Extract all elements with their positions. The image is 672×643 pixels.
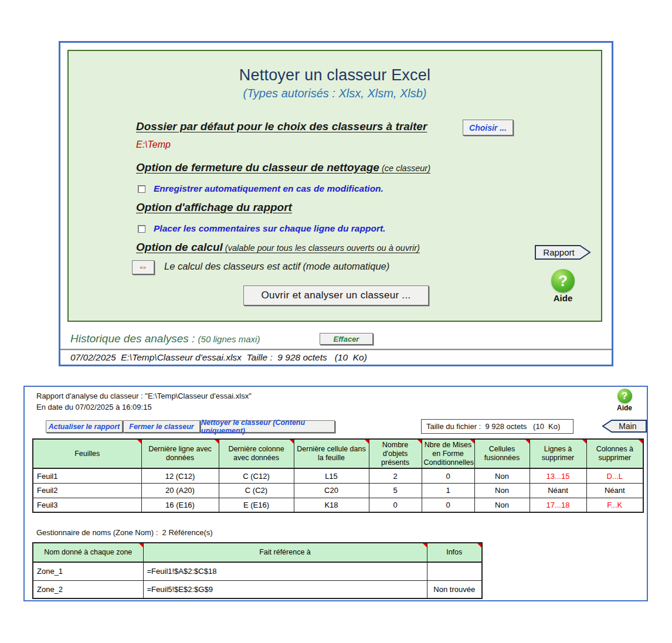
comments-checkbox-label[interactable]: Placer les commentaires sur chaque ligne…: [154, 223, 385, 234]
report-title: Rapport d'analyse du classeur : "E:\Temp…: [36, 392, 252, 400]
calc-toggle-button[interactable]: ⇔: [132, 260, 154, 274]
help-label: Aide: [548, 293, 578, 303]
cell-zone-info: [427, 562, 482, 580]
header-mises-en-forme: Nbre de Mises en Forme Conditionnelles: [422, 439, 474, 468]
history-entry: 07/02/2025 E:\Temp\Classeur d'essai.xlsx…: [70, 352, 367, 363]
display-section-heading: Option d'affichage du rapport: [136, 201, 292, 214]
cell-zone-name: Zone_1: [33, 562, 143, 580]
comment-indicator-icon: [418, 440, 422, 444]
main-nav-label: Main: [602, 420, 647, 433]
cell: 1: [422, 483, 474, 498]
header-infos: Infos: [427, 543, 482, 562]
refresh-report-button[interactable]: Actualiser le rapport: [46, 420, 123, 433]
cell: C20: [294, 483, 369, 498]
cell: C (C12): [219, 468, 294, 483]
header-lignes-a-supprimer: Lignes à supprimer: [530, 439, 586, 468]
double-arrow-icon: ⇔: [138, 261, 148, 273]
comments-checkbox[interactable]: [138, 225, 145, 233]
help-widget: ? Aide: [548, 269, 578, 303]
report-help-widget: ? Aide: [611, 389, 638, 412]
main-nav-button[interactable]: Main: [602, 420, 647, 433]
comment-indicator-icon: [470, 440, 474, 444]
cell-cols-to-delete: D...L: [586, 468, 643, 483]
help-icon[interactable]: ?: [551, 269, 575, 292]
open-analyze-button[interactable]: Ouvrir et analyser un classeur ...: [243, 285, 429, 305]
cell: K18: [294, 498, 369, 512]
header-refers-to: Fait référence à: [143, 543, 427, 562]
cell-cols-to-delete: Néant: [586, 483, 643, 498]
autosave-checkbox-label[interactable]: Enregistrer automatiquement en cas de mo…: [154, 183, 383, 194]
autosave-checkbox[interactable]: [138, 185, 145, 193]
comment-indicator-icon: [582, 440, 586, 444]
header-zone-name: Nom donné à chaque zone: [33, 543, 143, 562]
folder-section-heading: Dossier par défaut pour le choix des cla…: [136, 120, 427, 133]
sheets-analysis-table: Feuilles Dernière ligne avec données Der…: [32, 438, 644, 513]
cell-sheet-name: Feuil1: [33, 468, 141, 483]
comment-indicator-icon: [290, 440, 294, 444]
help-question-glyph: ?: [558, 272, 568, 290]
header-colonnes-a-supprimer: Colonnes à supprimer: [586, 439, 643, 468]
cell: 20 (A20): [141, 483, 219, 498]
cell: Non: [474, 498, 530, 512]
names-table-header-row: Nom donné à chaque zone Fait référence à…: [33, 543, 482, 562]
options-box: Nettoyer un classeur Excel (Types autori…: [67, 50, 602, 322]
rapport-nav-button[interactable]: Rapport: [535, 245, 591, 260]
page-subtitle: (Types autorisés : Xlsx, Xlsm, Xlsb): [69, 87, 601, 100]
names-manager-heading: Gestionnaire de noms (Zone Nom) : 2 Réfé…: [36, 528, 213, 537]
cell: E (E16): [219, 498, 294, 512]
report-date: En date du 07/02/2025 à 16:09:15: [36, 403, 152, 411]
history-heading-text: Historique des analyses :: [70, 332, 195, 345]
cell-rows-to-delete: 17...18: [530, 498, 586, 512]
table-row: Zone_1 =Feuil1!$A$2:$C$18: [33, 562, 482, 580]
cell-zone-ref: =Feuil5!$E$2:$G$9: [143, 580, 427, 598]
comment-indicator-icon: [139, 543, 143, 547]
close-section-heading: Option de fermeture du classeur de netto…: [136, 161, 430, 174]
cell-sheet-name: Feuil2: [33, 483, 141, 498]
cell-rows-to-delete: 13...15: [530, 468, 586, 483]
cell-sheet-name: Feuil3: [33, 498, 141, 512]
clear-history-button[interactable]: Effacer: [320, 333, 373, 345]
calc-section-note: (valable pour tous les classeurs ouverts…: [223, 243, 420, 253]
header-nombre-objets: Nombre d'objets présents: [369, 439, 422, 468]
comment-indicator-icon: [365, 440, 369, 444]
cell-zone-ref: =Feuil1!$A$2:$C$18: [143, 562, 427, 580]
sheets-table-header-row: Feuilles Dernière ligne avec données Der…: [33, 439, 643, 468]
header-cellules-fusionnees: Cellules fusionnées: [474, 439, 530, 468]
close-section-heading-text: Option de fermeture du classeur de netto…: [136, 161, 379, 173]
comment-indicator-icon: [423, 543, 427, 547]
cell-zone-info: Non trouvée: [427, 580, 482, 598]
names-manager-table: Nom donné à chaque zone Fait référence à…: [32, 542, 483, 599]
history-divider: [60, 349, 612, 351]
clean-workbook-button[interactable]: Nettoyer le classeur (Contenu uniquement…: [201, 420, 335, 433]
comments-checkbox-row: Placer les commentaires sur chaque ligne…: [138, 223, 385, 234]
report-help-question-glyph: ?: [622, 390, 627, 402]
comment-indicator-icon: [137, 440, 141, 444]
table-row: Feuil2 20 (A20) C (C2) C20 5 1 Non Néant…: [33, 483, 643, 498]
cell: 16 (E16): [141, 498, 219, 512]
history-note: (50 lignes maxi): [198, 334, 260, 344]
cell-zone-name: Zone_2: [33, 580, 143, 598]
default-folder-path: E:\Temp: [136, 140, 171, 150]
cell: 0: [422, 468, 474, 483]
close-workbook-button[interactable]: Fermer le classeur: [123, 420, 200, 433]
choose-folder-button[interactable]: Choisir ...: [463, 120, 513, 135]
cell: L15: [294, 468, 369, 483]
report-help-label: Aide: [611, 404, 638, 412]
cell: 2: [369, 468, 422, 483]
cell: 0: [422, 498, 474, 512]
cell: Non: [474, 468, 530, 483]
calc-status-label: Le calcul des classeurs est actif (mode …: [164, 261, 389, 272]
calc-section-heading-text: Option de calcul: [136, 241, 223, 253]
header-derniere-ligne: Dernière ligne avec données: [141, 439, 219, 468]
close-section-note: (ce classeur): [379, 164, 430, 173]
cell-cols-to-delete: F...K: [586, 498, 643, 512]
calc-section-heading: Option de calcul (valable pour tous les …: [136, 241, 420, 254]
cell: C (C2): [219, 483, 294, 498]
report-help-icon[interactable]: ?: [617, 389, 632, 403]
comment-indicator-icon: [215, 440, 219, 444]
cell-rows-to-delete: Néant: [530, 483, 586, 498]
page-title: Nettoyer un classeur Excel: [69, 66, 601, 84]
rapport-nav-label: Rapport: [535, 245, 591, 260]
header-derniere-cellule: Dernière cellule dans la feuille: [294, 439, 369, 468]
cell: 0: [369, 498, 422, 512]
